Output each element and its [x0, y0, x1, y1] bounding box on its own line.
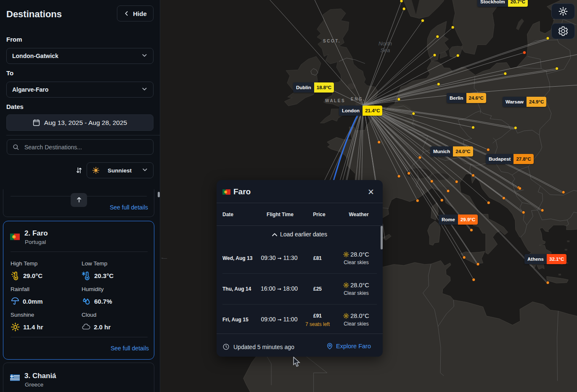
- svg-text:ENG.: ENG.: [351, 97, 365, 101]
- svg-text:Sea: Sea: [380, 47, 390, 53]
- svg-text:WALES: WALES: [325, 98, 345, 103]
- svg-text:SCOT.: SCOT.: [323, 39, 341, 43]
- svg-text:~—: ~—: [161, 256, 167, 260]
- svg-text:North: North: [378, 40, 392, 47]
